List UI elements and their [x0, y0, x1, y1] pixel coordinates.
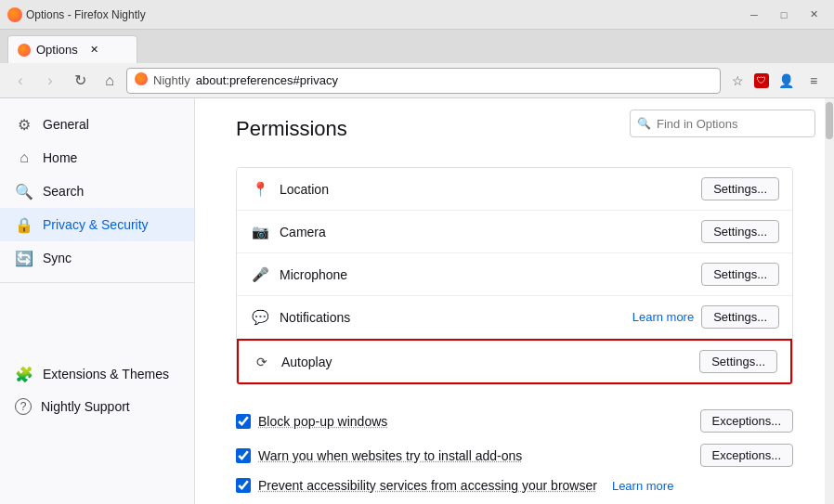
nav-right-buttons: ☆ 🛡 👤 ≡ [724, 68, 827, 94]
app-icon [7, 7, 22, 22]
close-button[interactable]: ✕ [801, 5, 827, 25]
sidebar-item-support[interactable]: ? Nightly Support [0, 391, 194, 422]
nightly-label: Nightly [153, 73, 190, 87]
minimize-button[interactable]: ─ [741, 5, 767, 25]
maximize-button[interactable]: □ [771, 5, 797, 25]
menu-button[interactable]: ≡ [801, 68, 827, 94]
forward-button[interactable]: › [37, 68, 63, 94]
permission-row-autoplay: ⟳ Autoplay Settings... [237, 339, 792, 384]
sidebar-item-label: Sync [43, 251, 72, 265]
main-layout: ⚙ General ⌂ Home 🔍 Search 🔒 Privacy & Se… [0, 98, 834, 504]
content-inner: Permissions 📍 Location Settings... 📷 Cam… [199, 98, 830, 504]
permission-row-location: 📍 Location Settings... [237, 168, 792, 211]
lock-icon: 🔒 [15, 215, 33, 234]
sidebar-item-label: Extensions & Themes [43, 367, 169, 381]
sidebar-item-general[interactable]: ⚙ General [0, 108, 194, 141]
title-bar: Options - Firefox Nightly ─ □ ✕ [0, 0, 834, 30]
find-input-wrap: 🔍 [630, 110, 815, 137]
home-icon: ⌂ [15, 149, 33, 167]
microphone-settings-button[interactable]: Settings... [701, 263, 779, 286]
sidebar-item-extensions[interactable]: 🧩 Extensions & Themes [0, 357, 194, 391]
permission-name-camera: Camera [280, 225, 701, 239]
scrollbar-thumb[interactable] [826, 102, 833, 139]
puzzle-icon: 🧩 [15, 365, 33, 383]
sidebar-item-label: Search [43, 184, 84, 199]
warn-addons-label: Warn you when websites try to install ad… [258, 448, 522, 463]
sidebar-item-label: Privacy & Security [43, 217, 149, 232]
warn-addons-exceptions-button[interactable]: Exceptions... [700, 444, 793, 467]
warn-addons-checkbox[interactable] [236, 448, 251, 463]
permission-name-notifications: Notifications [280, 310, 625, 325]
find-bar: 🔍 [630, 110, 815, 137]
sidebar-item-label: General [43, 117, 89, 132]
checkbox-section: Block pop-up windows Exceptions... Warn … [236, 404, 793, 498]
permission-row-camera: 📷 Camera Settings... [237, 211, 792, 253]
tab-label: Options [36, 43, 78, 57]
tab-close-button[interactable]: ✕ [87, 43, 102, 58]
prevent-accessibility-label: Prevent accessibility services from acce… [258, 478, 597, 493]
sidebar-item-label: Nightly Support [41, 399, 130, 414]
notifications-settings-button[interactable]: Settings... [701, 305, 779, 329]
content-area: 🔍 Permissions 📍 Location Settings... 📷 C… [195, 98, 834, 504]
search-icon: 🔍 [15, 182, 33, 200]
location-settings-button[interactable]: Settings... [701, 177, 779, 200]
block-popups-exceptions-button[interactable]: Exceptions... [700, 409, 793, 433]
home-button[interactable]: ⌂ [97, 68, 123, 94]
sidebar: ⚙ General ⌂ Home 🔍 Search 🔒 Privacy & Se… [0, 98, 195, 504]
address-url: about:preferences#privacy [196, 73, 712, 87]
autoplay-settings-button[interactable]: Settings... [699, 350, 777, 373]
account-button[interactable]: 👤 [773, 68, 799, 94]
tab-favicon [18, 44, 31, 57]
sidebar-item-label: Home [43, 150, 77, 165]
tab-bar: Options ✕ [0, 30, 834, 63]
scrollbar[interactable] [825, 98, 834, 504]
nightly-icon [135, 72, 148, 88]
checkbox-wrap-accessibility: Prevent accessibility services from acce… [236, 478, 793, 493]
microphone-icon: 🎤 [250, 265, 270, 285]
checkbox-row-accessibility: Prevent accessibility services from acce… [236, 472, 793, 498]
camera-icon: 📷 [250, 222, 270, 242]
checkbox-row-popups: Block pop-up windows Exceptions... [236, 404, 793, 438]
permission-name-location: Location [280, 182, 701, 197]
help-icon: ? [15, 398, 32, 415]
title-bar-text: Options - Firefox Nightly [26, 8, 737, 21]
nav-bar: ‹ › ↻ ⌂ Nightly about:preferences#privac… [0, 63, 834, 98]
prevent-accessibility-checkbox[interactable] [236, 478, 251, 493]
permission-row-microphone: 🎤 Microphone Settings... [237, 253, 792, 296]
find-input[interactable] [630, 110, 815, 137]
permission-name-autoplay: Autoplay [281, 355, 699, 369]
sidebar-item-privacy[interactable]: 🔒 Privacy & Security [0, 208, 194, 241]
checkbox-wrap-popups: Block pop-up windows [236, 414, 700, 429]
autoplay-icon: ⟳ [252, 352, 272, 372]
bookmark-button[interactable]: ☆ [724, 68, 750, 94]
permissions-section: 📍 Location Settings... 📷 Camera Settings… [236, 167, 793, 385]
location-icon: 📍 [250, 179, 270, 200]
notifications-icon: 💬 [250, 307, 270, 328]
accessibility-learn-more-link[interactable]: Learn more [612, 479, 673, 493]
reload-button[interactable]: ↻ [67, 68, 93, 94]
address-bar[interactable]: Nightly about:preferences#privacy [126, 68, 721, 94]
sidebar-item-search[interactable]: 🔍 Search [0, 174, 194, 208]
notifications-learn-more-link[interactable]: Learn more [632, 310, 694, 324]
sidebar-item-sync[interactable]: 🔄 Sync [0, 241, 194, 275]
checkbox-wrap-addons: Warn you when websites try to install ad… [236, 448, 700, 463]
block-popups-label: Block pop-up windows [258, 414, 387, 429]
permission-name-microphone: Microphone [280, 267, 701, 282]
shield-icon: 🛡 [754, 73, 769, 88]
sidebar-item-home[interactable]: ⌂ Home [0, 141, 194, 174]
checkbox-row-addons: Warn you when websites try to install ad… [236, 438, 793, 472]
gear-icon: ⚙ [15, 115, 33, 134]
block-popups-checkbox[interactable] [236, 414, 251, 429]
sync-icon: 🔄 [15, 249, 33, 267]
options-tab[interactable]: Options ✕ [7, 35, 137, 63]
permission-row-notifications: 💬 Notifications Learn more Settings... [237, 296, 792, 339]
camera-settings-button[interactable]: Settings... [701, 220, 779, 243]
sidebar-divider [0, 282, 194, 283]
back-button[interactable]: ‹ [7, 68, 33, 94]
